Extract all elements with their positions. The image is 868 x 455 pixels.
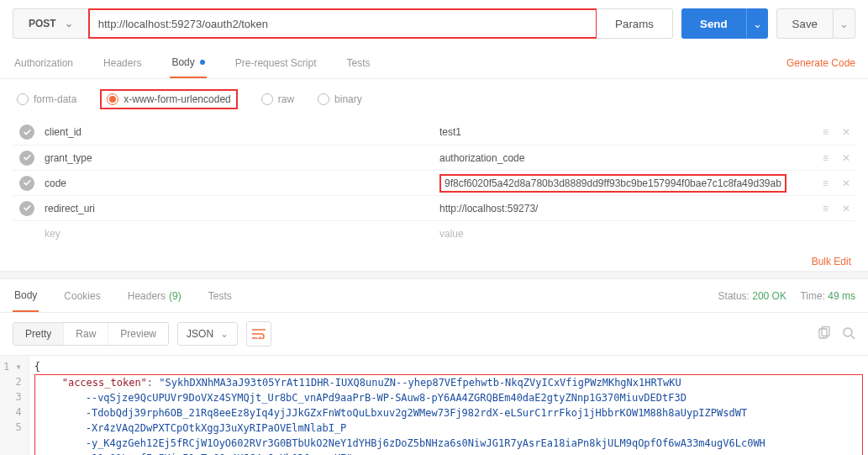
tab-body[interactable]: Body <box>170 47 206 78</box>
row-check-icon[interactable] <box>19 176 34 191</box>
table-row: client_id test1 ≡✕ <box>13 119 855 145</box>
row-check-icon[interactable] <box>19 151 34 166</box>
resp-tab-label: Headers <box>128 290 166 302</box>
param-value[interactable]: authorization_code <box>436 152 818 164</box>
drag-icon[interactable]: ≡ <box>823 177 829 189</box>
radio-urlencoded[interactable]: x-www-form-urlencoded <box>107 93 230 105</box>
close-icon[interactable]: ✕ <box>842 203 850 214</box>
table-row: code 9f8cf6020f5a42d8a780b3d8889dd9ff93b… <box>13 170 855 195</box>
svg-point-2 <box>844 328 852 336</box>
param-key-input[interactable]: key <box>41 228 436 240</box>
row-check-icon[interactable] <box>19 201 34 216</box>
format-label: JSON <box>187 328 213 340</box>
header-count: (9) <box>169 290 181 302</box>
param-value[interactable]: test1 <box>436 126 818 138</box>
radio-label: x-www-form-urlencoded <box>124 93 230 105</box>
tab-headers[interactable]: Headers <box>102 47 143 78</box>
search-icon[interactable] <box>842 326 855 342</box>
close-icon[interactable]: ✕ <box>842 126 850 138</box>
param-key[interactable]: code <box>41 177 436 189</box>
radio-form-data[interactable]: form-data <box>17 93 76 105</box>
chevron-down-icon: ⌄ <box>220 328 229 340</box>
resp-tab-tests[interactable]: Tests <box>207 279 234 312</box>
resp-tab-headers[interactable]: Headers (9) <box>126 279 183 312</box>
section-divider <box>0 271 868 279</box>
tab-tests[interactable]: Tests <box>345 47 371 78</box>
view-raw[interactable]: Raw <box>64 323 108 345</box>
resp-tab-body[interactable]: Body <box>13 279 39 312</box>
view-pretty[interactable]: Pretty <box>13 323 64 345</box>
radio-binary[interactable]: binary <box>318 93 362 105</box>
param-value[interactable]: http://localhost:59273/ <box>436 203 818 214</box>
param-value-input[interactable]: value <box>436 228 818 240</box>
save-dropdown[interactable]: ⌄ <box>834 8 855 39</box>
format-select[interactable]: JSON ⌄ <box>177 322 238 346</box>
radio-icon <box>17 93 29 105</box>
param-value[interactable]: 9f8cf6020f5a42d8a780b3d8889dd9ff93bc9be1… <box>436 174 818 193</box>
modified-dot-icon <box>200 60 205 65</box>
row-check-icon[interactable] <box>19 124 34 140</box>
bulk-edit-link[interactable]: Bulk Edit <box>0 251 868 267</box>
radio-label: form-data <box>34 93 76 105</box>
radio-icon <box>107 93 118 105</box>
tab-authorization[interactable]: Authorization <box>13 47 75 78</box>
radio-raw[interactable]: raw <box>261 93 294 105</box>
copy-icon[interactable] <box>817 326 830 342</box>
table-row: redirect_uri http://localhost:59273/ ≡✕ <box>13 195 855 220</box>
method-label: POST <box>29 18 56 29</box>
tab-prerequest[interactable]: Pre-request Script <box>234 47 318 78</box>
radio-label: binary <box>334 93 362 105</box>
drag-icon[interactable]: ≡ <box>823 203 829 214</box>
tab-body-label: Body <box>171 56 194 68</box>
http-method-select[interactable]: POST ⌄ <box>13 8 88 39</box>
save-button[interactable]: Save <box>776 8 834 39</box>
chevron-down-icon: ⌄ <box>839 18 849 30</box>
response-body[interactable]: { "access_token": "SykhDXNhMA3aJ93t05YrA… <box>29 356 868 455</box>
view-mode-segment: Pretty Raw Preview <box>13 322 169 346</box>
param-key[interactable]: client_id <box>41 126 436 138</box>
chevron-down-icon: ⌄ <box>65 18 73 29</box>
wrap-lines-button[interactable] <box>246 321 271 347</box>
params-button[interactable]: Params <box>597 8 673 39</box>
svg-rect-0 <box>819 329 827 338</box>
drag-icon[interactable]: ≡ <box>823 152 829 164</box>
send-dropdown[interactable]: ⌄ <box>746 8 768 39</box>
param-key[interactable]: redirect_uri <box>41 203 436 214</box>
svg-line-3 <box>851 336 855 339</box>
send-button[interactable]: Send <box>681 8 746 39</box>
line-gutter: 1 ▾ 2 3 4 5 <box>0 356 29 455</box>
generate-code-link[interactable]: Generate Code <box>786 57 855 69</box>
radio-icon <box>261 93 273 105</box>
radio-icon <box>318 93 329 105</box>
status-value: 200 OK <box>752 290 786 302</box>
resp-tab-cookies[interactable]: Cookies <box>62 279 102 312</box>
svg-rect-1 <box>822 326 829 336</box>
chevron-down-icon: ⌄ <box>753 18 762 30</box>
view-preview[interactable]: Preview <box>108 323 168 345</box>
table-row: grant_type authorization_code ≡✕ <box>13 145 855 170</box>
time-value: 49 ms <box>828 290 855 302</box>
radio-label: raw <box>278 93 294 105</box>
param-key[interactable]: grant_type <box>41 152 436 164</box>
drag-icon[interactable]: ≡ <box>823 126 829 138</box>
response-meta: Status: 200 OK Time: 49 ms <box>718 290 855 302</box>
url-input[interactable] <box>88 8 597 39</box>
close-icon[interactable]: ✕ <box>842 152 850 164</box>
close-icon[interactable]: ✕ <box>842 177 850 189</box>
